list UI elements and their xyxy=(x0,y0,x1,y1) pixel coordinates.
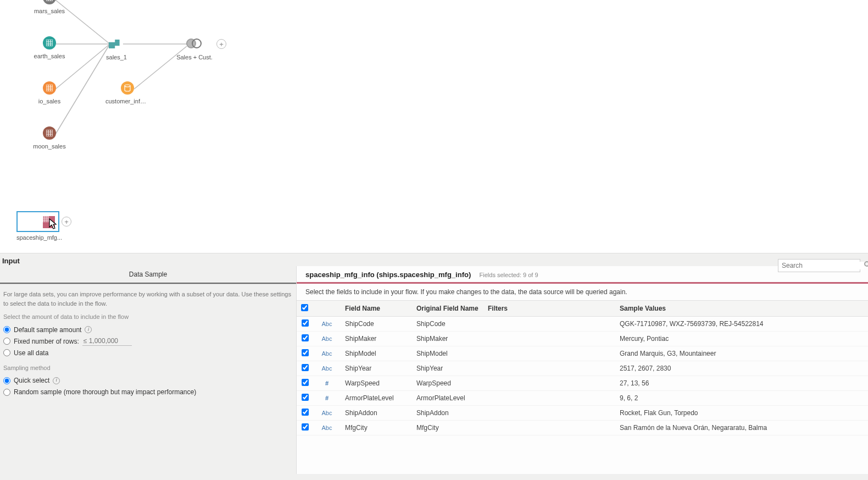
hint-text: For large data sets, you can improve per… xyxy=(3,290,293,308)
field-type-icon: Abc xyxy=(313,361,341,376)
table-icon xyxy=(43,216,55,228)
node-earth-sales[interactable]: earth_sales xyxy=(27,36,71,59)
field-type-icon: Abc xyxy=(313,332,341,346)
radio-random-sample[interactable]: Random sample (more thorough but may imp… xyxy=(3,387,293,397)
table-icon xyxy=(43,36,56,49)
field-checkbox[interactable] xyxy=(302,423,309,431)
table-icon xyxy=(43,126,56,140)
field-filters xyxy=(483,376,615,391)
radio-input[interactable] xyxy=(3,338,10,345)
table-row[interactable]: AbcShipModelShipModelGrand Marquis, G3, … xyxy=(297,346,868,361)
table-row[interactable]: #ArmorPlateLevelArmorPlateLevel9, 6, 2 xyxy=(297,391,868,406)
radio-input[interactable] xyxy=(3,349,10,356)
svg-rect-27 xyxy=(43,216,49,222)
field-name: ShipMaker xyxy=(341,332,412,346)
fields-description: Select the fields to include in your flo… xyxy=(297,284,868,300)
field-original-name: ShipMaker xyxy=(412,332,483,346)
radio-input[interactable] xyxy=(3,377,10,384)
info-icon[interactable]: i xyxy=(53,377,60,384)
radio-fixed-rows[interactable]: Fixed number of rows: xyxy=(3,336,293,346)
field-sample-values: Rocket, Flak Gun, Torpedo xyxy=(615,406,868,421)
field-sample-values: San Ramón de la Nueva Orán, Negararatu, … xyxy=(615,421,868,435)
add-step-button[interactable]: + xyxy=(62,217,71,227)
radio-input[interactable] xyxy=(3,389,10,396)
field-type-icon: Abc xyxy=(313,421,341,435)
field-sample-values: 9, 6, 2 xyxy=(615,391,868,406)
node-customer-info[interactable]: customer_info ... xyxy=(105,81,149,104)
radio-default-sample[interactable]: Default sample amount i xyxy=(3,325,293,335)
fixed-rows-input[interactable] xyxy=(82,336,132,346)
col-header-original[interactable]: Original Field Name xyxy=(412,301,483,317)
flow-canvas[interactable]: mars_sales earth_sales io_sales moon_sal… xyxy=(0,0,868,253)
svg-rect-11 xyxy=(46,40,53,46)
field-sample-values: 2517, 2607, 2830 xyxy=(615,361,868,376)
field-checkbox[interactable] xyxy=(302,409,309,416)
field-checkbox[interactable] xyxy=(302,334,309,341)
field-type-icon: Abc xyxy=(313,317,341,332)
field-filters xyxy=(483,332,615,346)
field-checkbox[interactable] xyxy=(302,319,309,327)
node-moon-sales[interactable]: moon_sales xyxy=(27,126,71,150)
field-sample-values: 27, 13, 56 xyxy=(615,376,868,391)
col-header-check[interactable] xyxy=(297,301,313,317)
field-type-icon: Abc xyxy=(313,406,341,421)
amount-section-label: Select the amount of data to include in … xyxy=(3,312,293,322)
node-label: sales_1 xyxy=(94,54,138,60)
select-all-checkbox[interactable] xyxy=(301,304,308,311)
field-filters xyxy=(483,317,615,332)
node-label: moon_sales xyxy=(27,143,71,150)
node-label: io_sales xyxy=(27,98,71,104)
table-row[interactable]: AbcMfgCityMfgCitySan Ramón de la Nueva O… xyxy=(297,421,868,435)
radio-input[interactable] xyxy=(3,326,10,333)
fields-selected-count: Fields selected: 9 of 9 xyxy=(480,272,538,278)
table-row[interactable]: AbcShipAddonShipAddonRocket, Flak Gun, T… xyxy=(297,406,868,421)
table-row[interactable]: AbcShipCodeShipCodeQGK-71710987, WXZ-756… xyxy=(297,317,868,332)
node-join-sales-cust[interactable]: Sales + Cust. xyxy=(173,37,216,60)
search-icon xyxy=(864,261,868,270)
table-row[interactable]: #WarpSpeedWarpSpeed27, 13, 56 xyxy=(297,376,868,391)
search-box[interactable] xyxy=(778,259,860,272)
svg-point-32 xyxy=(865,262,868,266)
svg-rect-21 xyxy=(46,130,53,136)
radio-quick-select[interactable]: Quick select i xyxy=(3,376,293,385)
field-checkbox[interactable] xyxy=(302,364,309,371)
node-label: customer_info ... xyxy=(105,98,149,104)
col-header-fieldname[interactable]: Field Name xyxy=(341,301,412,317)
node-label: earth_sales xyxy=(27,53,71,59)
radio-label: Random sample (more thorough but may imp… xyxy=(14,387,196,397)
col-header-type xyxy=(313,301,341,317)
field-original-name: ArmorPlateLevel xyxy=(412,391,483,406)
field-type-icon: # xyxy=(313,391,341,406)
field-checkbox[interactable] xyxy=(302,394,309,401)
search-input[interactable] xyxy=(782,262,864,269)
field-original-name: WarpSpeed xyxy=(412,376,483,391)
radio-label: Quick select xyxy=(14,376,49,385)
svg-point-26 xyxy=(125,85,130,87)
field-original-name: ShipYear xyxy=(412,361,483,376)
field-original-name: ShipModel xyxy=(412,346,483,361)
tab-data-sample[interactable]: Data Sample xyxy=(0,266,296,284)
join-icon xyxy=(186,38,203,49)
field-checkbox[interactable] xyxy=(302,379,309,386)
field-original-name: ShipAddon xyxy=(412,406,483,421)
table-icon xyxy=(43,0,56,4)
node-io-sales[interactable]: io_sales xyxy=(27,81,71,104)
field-checkbox[interactable] xyxy=(302,349,309,356)
node-mars-sales[interactable]: mars_sales xyxy=(27,0,71,14)
field-sample-values: Mercury, Pontiac xyxy=(615,332,868,346)
radio-use-all[interactable]: Use all data xyxy=(3,348,293,358)
svg-rect-16 xyxy=(46,85,53,91)
field-filters xyxy=(483,346,615,361)
node-sales-1[interactable]: sales_1 xyxy=(94,37,138,60)
field-sample-values: Grand Marquis, G3, Mountaineer xyxy=(615,346,868,361)
table-row[interactable]: AbcShipYearShipYear2517, 2607, 2830 xyxy=(297,361,868,376)
node-label: Sales + Cust. xyxy=(173,54,216,60)
info-icon[interactable]: i xyxy=(85,326,92,333)
table-row[interactable]: AbcShipMakerShipMakerMercury, Pontiac xyxy=(297,332,868,346)
col-header-filters[interactable]: Filters xyxy=(483,301,615,317)
field-name: ShipYear xyxy=(341,361,412,376)
add-step-button[interactable]: + xyxy=(216,39,226,49)
node-label: spaceship_mfg... xyxy=(16,234,60,241)
node-spaceship-mfg-selected[interactable] xyxy=(16,211,59,232)
col-header-samples[interactable]: Sample Values xyxy=(615,301,868,317)
